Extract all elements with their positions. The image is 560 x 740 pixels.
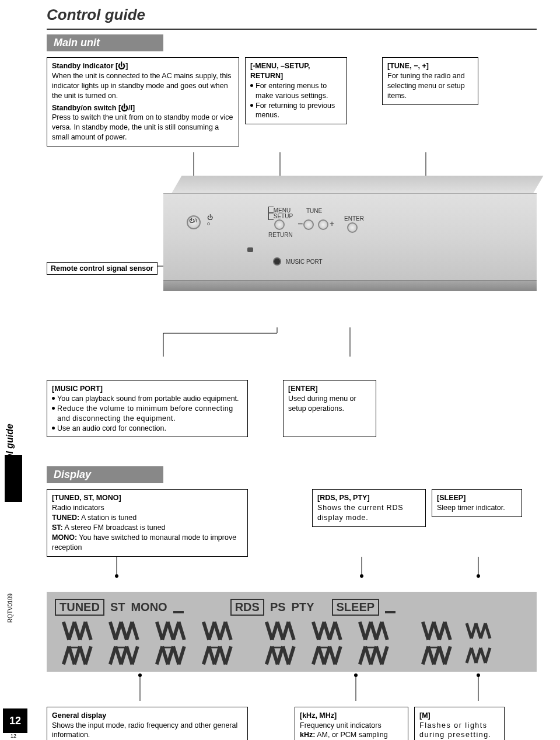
standby-switch-heading: Standby/on switch [⏻/I]: [52, 103, 234, 113]
power-icon: ⏻: [207, 214, 213, 221]
music-port-jack: [273, 257, 281, 266]
tuned-l1a: TUNED:: [52, 514, 79, 522]
svg-point-19: [360, 574, 363, 578]
svg-line-76: [132, 646, 137, 664]
khz-sub: Frequency unit indicators: [300, 721, 403, 731]
general-heading: General display: [52, 711, 243, 721]
tuned-l1b: A station is tuned: [79, 514, 136, 522]
m-text: Flashes or lights during presetting.: [419, 721, 499, 741]
ir-sensor: [247, 247, 253, 252]
svg-line-46: [288, 622, 293, 640]
svg-line-101: [382, 646, 387, 664]
callout-sleep: [SLEEP] Sleep timer indicator.: [432, 489, 522, 517]
svg-line-86: [225, 646, 230, 664]
callout-khz: [kHz, MHz] Frequency unit indicators kHz…: [295, 707, 408, 740]
callout-standby: Standby indicator [⏻] When the unit is c…: [47, 57, 239, 146]
svg-line-51: [335, 622, 340, 640]
tune-label: TUNE: [306, 208, 322, 214]
doc-ref: RQTV0109: [7, 594, 13, 623]
tuned-l2b: A stereo FM broadcast is tuned: [63, 523, 166, 532]
svg-line-111: [485, 648, 490, 663]
lcd-segments: [55, 619, 528, 643]
tune-heading: [TUNE, −, +]: [387, 61, 473, 71]
standby-indicator-heading: Standby indicator [⏻]: [52, 61, 234, 71]
power-label: ⏻/I: [189, 218, 197, 224]
enter-label: ENTER: [344, 215, 364, 222]
lcd-mono: MONO: [131, 601, 167, 614]
tuned-l3a: MONO:: [52, 533, 77, 542]
standby-led: [207, 222, 210, 225]
khz-l1a: kHz:: [300, 731, 315, 739]
svg-line-36: [178, 622, 184, 640]
svg-point-21: [477, 574, 480, 578]
m-heading: [M]: [419, 711, 499, 721]
lcd-ps: PS: [270, 601, 286, 614]
svg-line-91: [288, 646, 293, 664]
menu-bullet-2: For returning to previous menus.: [256, 101, 342, 121]
callout-m: [M] Flashes or lights during presetting.: [414, 707, 505, 740]
callout-sensor: Remote control signal sensor: [47, 262, 158, 275]
rds-heading: [RDS, PS, PTY]: [317, 493, 421, 503]
enter-text: Used during menu or setup operations.: [288, 394, 371, 414]
lcd-st: ST: [110, 601, 125, 614]
music-bullet-3: Use an audio cord for connection.: [57, 424, 166, 434]
tuned-heading: [TUNED, ST, MONO]: [52, 493, 243, 503]
device-illustration: ⏻/I ⏻ MENU SETUP RETURN TUNE − + ENTER M…: [47, 152, 537, 327]
return-label: RETURN: [268, 232, 293, 238]
menu-heading: [-MENU, –SETUP, RETURN]: [250, 61, 342, 81]
svg-point-17: [115, 574, 118, 578]
callout-rds: [RDS, PS, PTY] Shows the current RDS dis…: [312, 489, 426, 527]
tune-minus-button: [303, 219, 314, 230]
page-number-small: 12: [10, 733, 16, 739]
tuned-l2a: ST:: [52, 523, 63, 532]
callout-menu: [-MENU, –SETUP, RETURN] For entering men…: [245, 57, 347, 124]
rds-text: Shows the current RDS display mode.: [317, 503, 421, 523]
enter-button: [347, 222, 358, 233]
svg-line-26: [85, 622, 90, 640]
title-underline: [47, 29, 537, 30]
svg-line-41: [225, 622, 230, 640]
khz-heading: [kHz, MHz]: [300, 711, 403, 721]
sleep-heading: [SLEEP]: [437, 493, 517, 503]
general-text: Shows the input mode, radio frequency an…: [52, 721, 243, 741]
tune-plus-button: [318, 219, 328, 230]
plus-label: +: [330, 219, 334, 228]
page-number: 12: [3, 708, 27, 733]
music-port-label: MUSIC PORT: [286, 259, 323, 265]
music-bullet-1: You can playback sound from portable aud…: [57, 394, 239, 404]
svg-line-106: [444, 646, 450, 664]
lcd-tuned: TUNED: [55, 599, 104, 616]
svg-line-56: [382, 622, 387, 640]
lcd-segments-2: [55, 644, 528, 667]
svg-line-31: [132, 622, 137, 640]
svg-line-71: [85, 646, 90, 664]
svg-line-61: [444, 622, 450, 640]
svg-line-66: [485, 623, 490, 638]
lcd-rds: RDS: [230, 599, 264, 616]
music-bullet-2: Reduce the volume to minimum before conn…: [57, 404, 243, 424]
menu-button: [274, 219, 285, 230]
enter-heading: [ENTER]: [288, 384, 371, 394]
minus-label: −: [298, 219, 303, 229]
standby-indicator-text: When the unit is connected to the AC mai…: [52, 71, 234, 101]
section-display: Display: [47, 466, 163, 483]
lcd-panel: TUNED ST MONO RDS PS PTY SLEEP: [47, 592, 537, 672]
svg-line-96: [335, 646, 340, 664]
menu-bullet-1: For entering menus to make various setti…: [256, 81, 342, 101]
callout-tuned: [TUNED, ST, MONO] Radio indicators TUNED…: [47, 489, 248, 556]
callout-enter: [ENTER] Used during menu or setup operat…: [283, 380, 376, 437]
setup-label: SETUP: [268, 212, 293, 220]
section-main-unit: Main unit: [47, 34, 163, 51]
tuned-l3b: You have switched to monaural mode to im…: [52, 533, 236, 551]
music-port-heading: [MUSIC PORT]: [52, 384, 243, 394]
page-title: Control guide: [47, 6, 537, 24]
tune-text: For tuning the radio and selecting menu …: [387, 71, 473, 101]
sleep-text: Sleep timer indicator.: [437, 503, 517, 513]
sidebar-label: Control guide: [5, 424, 15, 484]
svg-line-81: [178, 646, 184, 664]
tuned-sub: Radio indicators: [52, 503, 243, 513]
standby-switch-text: Press to switch the unit from on to stan…: [52, 113, 234, 142]
callout-tune: [TUNE, −, +] For tuning the radio and se…: [382, 57, 478, 105]
callout-general: General display Shows the input mode, ra…: [47, 707, 248, 740]
callout-music-port: [MUSIC PORT] You can playback sound from…: [47, 380, 248, 437]
